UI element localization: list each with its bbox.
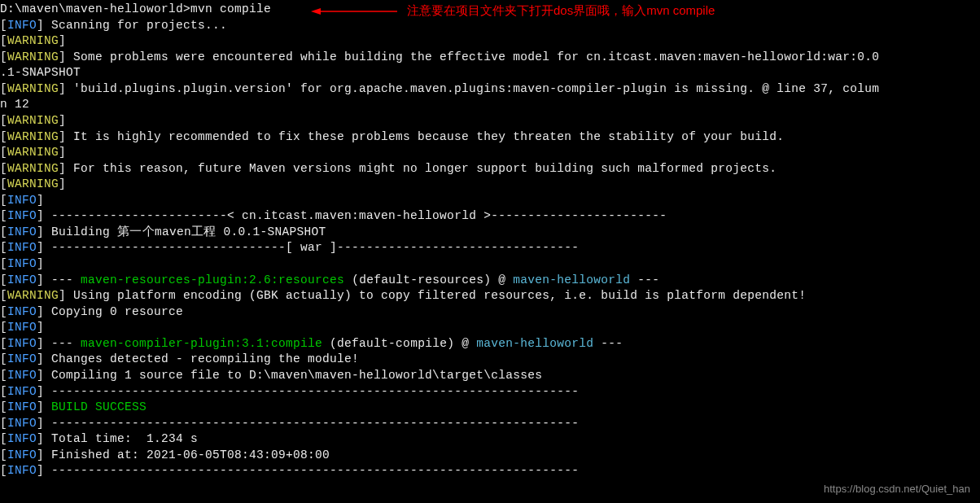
info-tag: INFO	[7, 225, 37, 238]
build-success: BUILD SUCCESS	[51, 400, 147, 413]
log-text: ---	[630, 273, 659, 286]
log-text: Compiling 1 source file to D:\maven\mave…	[44, 369, 542, 382]
log-text: Changes detected - recompiling the modul…	[44, 352, 359, 365]
info-tag: INFO	[7, 305, 37, 318]
log-text: --------------------------------[ war ]-…	[44, 241, 579, 254]
log-text: ---	[44, 273, 81, 286]
info-tag: INFO	[7, 352, 37, 365]
info-tag: INFO	[7, 337, 37, 350]
warning-tag: WARNING	[7, 50, 59, 63]
log-text: n 12	[0, 98, 29, 111]
log-text: Total time: 1.234 s	[44, 432, 198, 445]
info-tag: INFO	[7, 194, 37, 207]
log-text: Using platform encoding (GBK actually) t…	[66, 289, 806, 302]
plugin-name: maven-resources-plugin:2.6:resources	[81, 273, 344, 286]
log-text: Copying 0 resource	[44, 305, 183, 318]
project-name: maven-helloworld	[513, 273, 630, 286]
info-tag: INFO	[7, 417, 37, 430]
info-tag: INFO	[7, 209, 37, 222]
log-text: ----------------------------------------…	[44, 417, 579, 430]
warning-tag: WARNING	[7, 82, 59, 95]
annotation-text: 注意要在项目文件夹下打开dos界面哦，输入mvn compile	[407, 2, 715, 19]
log-text: It is highly recommended to fix these pr…	[66, 130, 784, 143]
terminal-output: D:\maven\maven-helloworld>mvn compile [I…	[0, 2, 980, 479]
warning-tag: WARNING	[7, 289, 59, 302]
info-tag: INFO	[7, 241, 37, 254]
warning-tag: WARNING	[7, 34, 59, 47]
info-tag: INFO	[7, 464, 37, 477]
info-tag: INFO	[7, 432, 37, 445]
info-tag: INFO	[7, 385, 37, 398]
info-tag: INFO	[7, 321, 37, 334]
log-text: (default-resources) @	[344, 273, 513, 286]
log-text: .1-SNAPSHOT	[0, 66, 81, 79]
warning-tag: WARNING	[7, 114, 59, 127]
warning-tag: WARNING	[7, 146, 59, 159]
arrow-icon	[311, 8, 397, 15]
log-text: Scanning for projects...	[44, 19, 227, 32]
log-text: ----------------------------------------…	[44, 464, 579, 477]
warning-tag: WARNING	[7, 177, 59, 190]
log-text: Finished at: 2021-06-05T08:43:09+08:00	[44, 448, 330, 461]
log-text: ------------------------< cn.itcast.mave…	[44, 209, 667, 222]
command-prompt[interactable]: D:\maven\maven-helloworld>mvn compile	[0, 2, 271, 15]
log-text: 'build.plugins.plugin.version' for org.a…	[66, 82, 879, 95]
info-tag: INFO	[7, 257, 37, 270]
watermark-text: https://blog.csdn.net/Quiet_han	[824, 482, 970, 496]
log-text: Some problems were encountered while bui…	[66, 50, 879, 63]
info-tag: INFO	[7, 369, 37, 382]
info-tag: INFO	[7, 448, 37, 461]
log-text: (default-compile) @	[322, 337, 476, 350]
warning-tag: WARNING	[7, 162, 59, 175]
plugin-name: maven-compiler-plugin:3.1:compile	[81, 337, 322, 350]
svg-marker-1	[311, 8, 321, 15]
log-text: ---	[593, 337, 623, 350]
log-text: ---	[44, 337, 81, 350]
info-tag: INFO	[7, 19, 37, 32]
log-text: For this reason, future Maven versions m…	[66, 162, 777, 175]
warning-tag: WARNING	[7, 130, 59, 143]
log-text: ----------------------------------------…	[44, 385, 579, 398]
log-text: Building 第一个maven工程 0.0.1-SNAPSHOT	[44, 225, 326, 238]
project-name: maven-helloworld	[476, 337, 593, 350]
info-tag: INFO	[7, 400, 37, 413]
info-tag: INFO	[7, 273, 37, 286]
